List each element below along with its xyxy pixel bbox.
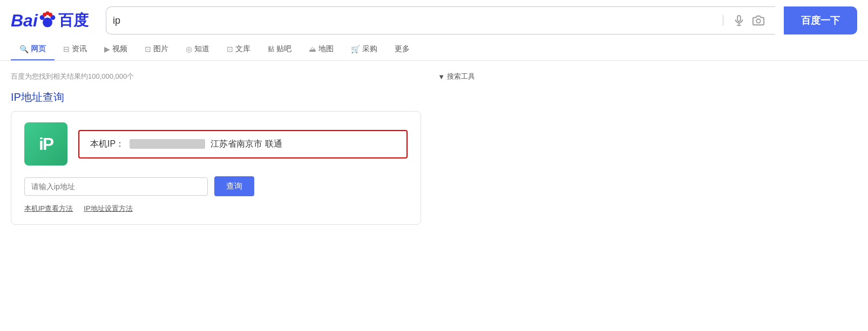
camera-button[interactable] bbox=[752, 15, 764, 26]
tab-map-label: 地图 bbox=[318, 44, 334, 54]
ip-query-row: 查询 bbox=[24, 176, 408, 196]
results-stats-row: 百度为您找到相关结果约100,000,000个 ▼ 搜索工具 bbox=[11, 67, 475, 90]
tab-tieba[interactable]: 贴 贴吧 bbox=[259, 39, 300, 60]
ip-result-title[interactable]: IP地址查询 bbox=[11, 90, 475, 105]
tab-more[interactable]: 更多 bbox=[386, 39, 418, 60]
search-input[interactable] bbox=[113, 15, 721, 26]
logo-baidu-chinese: 百度 bbox=[58, 10, 89, 31]
tab-library[interactable]: ⊡ 文库 bbox=[218, 39, 259, 60]
microphone-button[interactable] bbox=[733, 15, 745, 26]
local-ip-label: 本机IP： bbox=[90, 139, 124, 150]
filter-icon: ▼ bbox=[438, 73, 445, 81]
search-tools-label: 搜索工具 bbox=[447, 72, 475, 81]
news-icon: ⊟ bbox=[63, 45, 70, 53]
search-icon: 🔍 bbox=[19, 45, 29, 53]
tab-news-label: 资讯 bbox=[72, 44, 87, 54]
tab-shopping[interactable]: 🛒 采购 bbox=[342, 39, 386, 60]
map-icon: ⛰ bbox=[309, 45, 316, 53]
tab-video-label: 视频 bbox=[112, 44, 127, 54]
results-count: 百度为您找到相关结果约100,000,000个 bbox=[11, 72, 134, 81]
tab-news[interactable]: ⊟ 资讯 bbox=[55, 39, 96, 60]
tab-tieba-label: 贴吧 bbox=[276, 44, 291, 54]
ip-address-blurred bbox=[130, 139, 205, 149]
tab-know[interactable]: ◎ 知道 bbox=[177, 39, 218, 60]
svg-point-5 bbox=[45, 11, 49, 15]
search-icons bbox=[721, 15, 769, 26]
ip-card: iP 本机IP： 江苏省南京市 联通 查询 本机IP查看方法 IP地址设置方法 bbox=[11, 111, 421, 225]
search-tools-button[interactable]: ▼ 搜索工具 bbox=[438, 72, 475, 81]
ip-logo-box: iP bbox=[24, 122, 67, 166]
ip-query-input[interactable] bbox=[24, 177, 208, 196]
search-bar bbox=[106, 6, 775, 35]
tieba-icon: 贴 bbox=[268, 45, 274, 54]
logo-du-icon bbox=[38, 11, 57, 30]
tab-webpage-label: 网页 bbox=[31, 44, 46, 54]
tab-image[interactable]: ⊡ 图片 bbox=[136, 39, 177, 60]
video-icon: ▶ bbox=[104, 45, 110, 53]
tab-webpage[interactable]: 🔍 网页 bbox=[11, 39, 55, 60]
tab-know-label: 知道 bbox=[194, 44, 209, 54]
tab-video[interactable]: ▶ 视频 bbox=[96, 39, 136, 60]
ip-info-box: 本机IP： 江苏省南京市 联通 bbox=[78, 130, 408, 158]
ip-card-top: iP 本机IP： 江苏省南京市 联通 bbox=[24, 122, 408, 166]
header: Bai 百度 bbox=[0, 0, 868, 39]
logo-area: Bai 百度 bbox=[11, 10, 97, 31]
library-icon: ⊡ bbox=[227, 45, 233, 53]
svg-rect-6 bbox=[737, 16, 741, 22]
tab-more-label: 更多 bbox=[395, 44, 410, 54]
results-area: 百度为您找到相关结果约100,000,000个 ▼ 搜索工具 IP地址查询 iP… bbox=[0, 61, 486, 225]
tab-library-label: 文库 bbox=[235, 44, 250, 54]
logo-bai-text: Bai bbox=[11, 12, 38, 29]
ip-query-button[interactable]: 查询 bbox=[214, 176, 254, 196]
svg-point-9 bbox=[756, 19, 760, 23]
ip-settings-method-link[interactable]: IP地址设置方法 bbox=[84, 204, 132, 213]
image-icon: ⊡ bbox=[145, 45, 151, 53]
tab-shopping-label: 采购 bbox=[362, 44, 377, 54]
shopping-icon: 🛒 bbox=[351, 45, 360, 53]
ip-location: 江苏省南京市 联通 bbox=[211, 139, 282, 150]
know-icon: ◎ bbox=[186, 45, 192, 53]
nav-tabs: 🔍 网页 ⊟ 资讯 ▶ 视频 ⊡ 图片 ◎ 知道 ⊡ 文库 贴 贴吧 ⛰ 地图 … bbox=[0, 39, 868, 61]
local-ip-method-link[interactable]: 本机IP查看方法 bbox=[24, 204, 73, 213]
divider bbox=[723, 15, 723, 26]
tab-image-label: 图片 bbox=[153, 44, 168, 54]
ip-links: 本机IP查看方法 IP地址设置方法 bbox=[24, 204, 408, 213]
tab-map[interactable]: ⛰ 地图 bbox=[300, 39, 342, 60]
search-submit-button[interactable]: 百度一下 bbox=[784, 6, 857, 35]
